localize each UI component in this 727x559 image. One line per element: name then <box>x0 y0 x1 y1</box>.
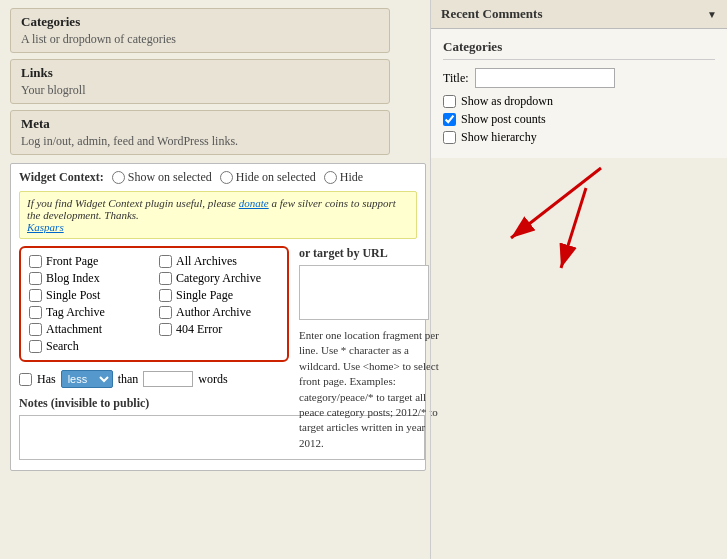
widget-categories-title: Categories <box>21 14 379 30</box>
notes-section: Notes (invisible to public) <box>19 396 289 464</box>
donate-link[interactable]: donate <box>239 197 269 209</box>
cb-show-as-dropdown-label: Show as dropdown <box>461 94 553 109</box>
author-link[interactable]: Kaspars <box>27 221 64 233</box>
notes-label: Notes (invisible to public) <box>19 396 289 411</box>
radio-hide-selected[interactable]: Hide on selected <box>220 170 316 185</box>
cb-tag-archive[interactable]: Single Page <box>159 288 279 303</box>
donate-text-middle: plugin useful, please <box>142 197 238 209</box>
cb-single-page[interactable]: Tag Archive <box>29 305 149 320</box>
radio-hide-label: Hide <box>340 170 363 185</box>
cb-author-archive-label: Author Archive <box>176 305 251 320</box>
cb-show-post-counts[interactable] <box>443 113 456 126</box>
cb-single-post[interactable]: Single Post <box>29 288 149 303</box>
cb-author-archive[interactable]: Author Archive <box>159 305 279 320</box>
radio-show-selected-label: Show on selected <box>128 170 212 185</box>
cb-single-page-label: Tag Archive <box>46 305 105 320</box>
widget-meta[interactable]: Meta Log in/out, admin, feed and WordPre… <box>10 110 390 155</box>
categories-right-panel: Categories Title: Show as dropdown Show … <box>431 29 727 158</box>
cb-single-post-label: Single Post <box>46 288 100 303</box>
cb-attachment[interactable]: Attachment <box>29 322 149 337</box>
cb-category-archive[interactable]: Category Archive <box>159 271 279 286</box>
widget-links-desc: Your blogroll <box>21 83 379 98</box>
recent-comments-header: Recent Comments ▼ <box>431 0 727 29</box>
widget-categories-desc: A list or dropdown of categories <box>21 32 379 47</box>
has-select[interactable]: less more <box>61 370 113 388</box>
recent-comments-title: Recent Comments <box>441 6 542 22</box>
cb-single-page-input[interactable] <box>29 306 42 319</box>
cb-show-hierarchy-row: Show hierarchy <box>443 130 715 145</box>
cb-attachment-label: Attachment <box>46 322 102 337</box>
title-field-label: Title: <box>443 71 469 86</box>
cb-show-as-dropdown-row: Show as dropdown <box>443 94 715 109</box>
cb-all-archives-input[interactable] <box>159 255 172 268</box>
cb-front-page-input[interactable] <box>29 255 42 268</box>
widget-context-section: Widget Context: Show on selected Hide on… <box>10 163 426 471</box>
categories-right-title: Categories <box>443 39 715 60</box>
target-url-desc: Enter one location fragment per line. Us… <box>299 328 439 451</box>
cb-all-archives-label: All Archives <box>176 254 237 269</box>
cb-front-page-label: Front Page <box>46 254 98 269</box>
has-label: Has <box>37 372 56 387</box>
widget-meta-desc: Log in/out, admin, feed and WordPress li… <box>21 134 379 149</box>
cb-tag-archive-label: Single Page <box>176 288 233 303</box>
cb-blog-index-label: Blog Index <box>46 271 100 286</box>
radio-hide[interactable]: Hide <box>324 170 363 185</box>
arrows-svg <box>431 158 727 318</box>
cb-blog-index[interactable]: Blog Index <box>29 271 149 286</box>
cb-category-archive-input[interactable] <box>159 272 172 285</box>
arrows-area <box>431 158 727 318</box>
cb-show-post-counts-label: Show post counts <box>461 112 546 127</box>
checkboxes-grid: Front Page All Archives Blog Index <box>19 246 289 362</box>
cb-show-post-counts-row: Show post counts <box>443 112 715 127</box>
widget-links[interactable]: Links Your blogroll <box>10 59 390 104</box>
radio-hide-selected-label: Hide on selected <box>236 170 316 185</box>
target-url-textarea[interactable] <box>299 265 429 320</box>
cb-single-post-input[interactable] <box>29 289 42 302</box>
cb-show-hierarchy-label: Show hierarchy <box>461 130 537 145</box>
cb-search-label: Search <box>46 339 79 354</box>
cb-author-archive-input[interactable] <box>159 306 172 319</box>
bottom-section: Front Page All Archives Blog Index <box>19 246 417 464</box>
target-url-label: or target by URL <box>299 246 439 261</box>
cb-404-error-input[interactable] <box>159 323 172 336</box>
radio-show-selected[interactable]: Show on selected <box>112 170 212 185</box>
has-row: Has less more than words <box>19 370 289 388</box>
widget-categories[interactable]: Categories A list or dropdown of categor… <box>10 8 390 53</box>
panel-arrow-icon: ▼ <box>707 9 717 20</box>
donate-plugin-name: Widget Context <box>75 197 143 209</box>
cb-front-page[interactable]: Front Page <box>29 254 149 269</box>
svg-line-3 <box>561 188 586 268</box>
widget-links-title: Links <box>21 65 379 81</box>
right-panel: Recent Comments ▼ Categories Title: Show… <box>430 0 727 559</box>
right-bottom: or target by URL Enter one location frag… <box>299 246 439 464</box>
cb-search[interactable]: Search <box>29 339 149 354</box>
radio-hide-selected-input[interactable] <box>220 171 233 184</box>
radio-hide-input[interactable] <box>324 171 337 184</box>
cb-show-as-dropdown[interactable] <box>443 95 456 108</box>
title-field-input[interactable] <box>475 68 615 88</box>
cb-tag-archive-input[interactable] <box>159 289 172 302</box>
cb-show-hierarchy[interactable] <box>443 131 456 144</box>
cb-search-input[interactable] <box>29 340 42 353</box>
widget-context-label: Widget Context: <box>19 170 104 185</box>
than-label: than <box>118 372 139 387</box>
words-count-input[interactable] <box>143 371 193 387</box>
svg-line-2 <box>511 168 601 238</box>
left-panel: Categories A list or dropdown of categor… <box>0 0 430 559</box>
cb-all-archives[interactable]: All Archives <box>159 254 279 269</box>
has-checkbox[interactable] <box>19 373 32 386</box>
left-bottom: Front Page All Archives Blog Index <box>19 246 289 464</box>
cb-category-archive-label: Category Archive <box>176 271 261 286</box>
widget-context-row: Widget Context: Show on selected Hide on… <box>19 170 417 185</box>
cb-404-error[interactable]: 404 Error <box>159 322 279 337</box>
donate-text-before: If you find <box>27 197 75 209</box>
cb-blog-index-input[interactable] <box>29 272 42 285</box>
donate-banner: If you find Widget Context plugin useful… <box>19 191 417 239</box>
title-field-row: Title: <box>443 68 715 88</box>
radio-show-selected-input[interactable] <box>112 171 125 184</box>
cb-404-error-label: 404 Error <box>176 322 222 337</box>
words-label: words <box>198 372 227 387</box>
cb-attachment-input[interactable] <box>29 323 42 336</box>
widget-meta-title: Meta <box>21 116 379 132</box>
